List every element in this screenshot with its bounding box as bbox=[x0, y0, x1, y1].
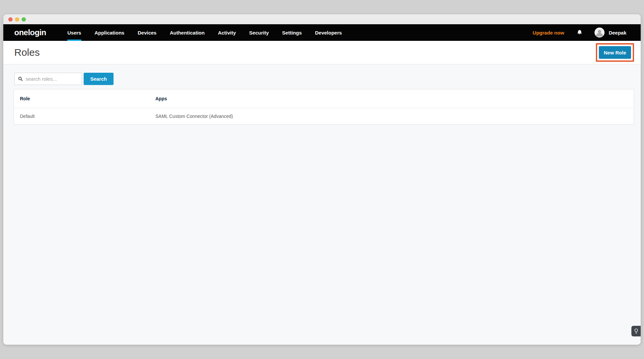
help-lightbulb-tab[interactable] bbox=[631, 326, 641, 336]
notifications-bell-icon[interactable] bbox=[577, 29, 583, 36]
nav-item-activity[interactable]: Activity bbox=[211, 24, 242, 41]
annotation-highlight-box: New Role bbox=[596, 43, 634, 62]
new-role-button[interactable]: New Role bbox=[599, 46, 631, 59]
page-header: Roles New Role bbox=[3, 41, 641, 64]
lightbulb-icon bbox=[634, 328, 638, 334]
nav-item-applications[interactable]: Applications bbox=[88, 24, 131, 41]
role-cell[interactable]: Default bbox=[14, 114, 155, 119]
nav-right-section: Upgrade now Deepak bbox=[533, 24, 626, 41]
primary-nav: Users Applications Devices Authenticatio… bbox=[61, 24, 349, 41]
column-header-role[interactable]: Role bbox=[14, 96, 155, 101]
table-row[interactable]: Default SAML Custom Connector (Advanced) bbox=[14, 108, 634, 124]
onelogin-logo: onelogin bbox=[14, 28, 46, 37]
nav-item-users[interactable]: Users bbox=[61, 24, 88, 41]
nav-item-authentication[interactable]: Authentication bbox=[163, 24, 211, 41]
top-navigation-bar: onelogin Users Applications Devices Auth… bbox=[3, 24, 641, 41]
nav-item-developers[interactable]: Developers bbox=[308, 24, 349, 41]
column-header-apps[interactable]: Apps bbox=[155, 96, 634, 101]
main-content: Search Role Apps Default SAML Custom Con… bbox=[3, 64, 641, 125]
window-titlebar bbox=[3, 14, 641, 24]
close-window-button[interactable] bbox=[8, 17, 13, 22]
upgrade-now-link[interactable]: Upgrade now bbox=[533, 30, 564, 36]
desktop-background: onelogin Users Applications Devices Auth… bbox=[0, 0, 644, 359]
search-row: Search bbox=[14, 73, 634, 85]
search-icon bbox=[18, 76, 23, 81]
browser-window: onelogin Users Applications Devices Auth… bbox=[3, 14, 641, 345]
table-header-row: Role Apps bbox=[14, 89, 634, 108]
zoom-window-button[interactable] bbox=[22, 17, 26, 22]
user-name[interactable]: Deepak bbox=[609, 30, 626, 36]
nav-item-devices[interactable]: Devices bbox=[131, 24, 163, 41]
user-avatar[interactable] bbox=[595, 28, 604, 38]
apps-cell: SAML Custom Connector (Advanced) bbox=[155, 114, 634, 119]
nav-item-settings[interactable]: Settings bbox=[276, 24, 308, 41]
page-title: Roles bbox=[14, 47, 40, 58]
nav-item-security[interactable]: Security bbox=[243, 24, 276, 41]
roles-table: Role Apps Default SAML Custom Connector … bbox=[14, 89, 634, 125]
search-button[interactable]: Search bbox=[84, 73, 114, 85]
search-roles-input[interactable] bbox=[26, 76, 79, 82]
minimize-window-button[interactable] bbox=[15, 17, 19, 22]
search-box bbox=[14, 73, 82, 85]
